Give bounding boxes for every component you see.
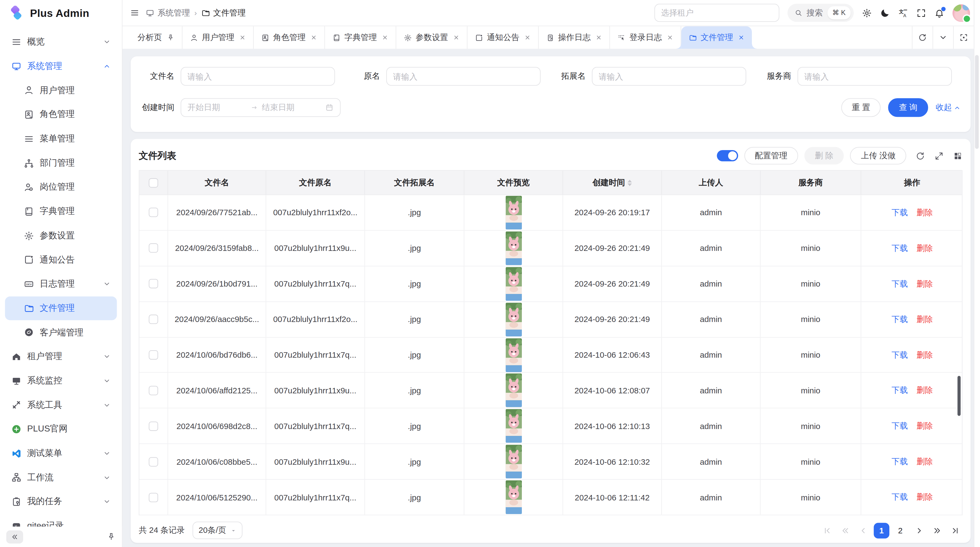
file-preview-image[interactable] (505, 480, 522, 514)
file-preview-image[interactable] (505, 409, 522, 443)
sidebar-item-菜单管理[interactable]: 菜单管理 (5, 127, 117, 151)
row-checkbox[interactable] (149, 386, 158, 395)
last-page-icon[interactable] (948, 523, 963, 538)
refresh-page-icon[interactable] (912, 26, 932, 49)
download-link[interactable]: 下载 (891, 278, 908, 289)
page-size-select[interactable]: 20条/页 (192, 521, 242, 539)
sidebar-item-文件管理[interactable]: 文件管理 (5, 296, 117, 321)
sidebar-toggle-icon[interactable] (130, 8, 139, 18)
row-checkbox[interactable] (149, 315, 158, 324)
select-all-checkbox[interactable] (149, 178, 158, 187)
next-page-icon[interactable] (911, 523, 926, 538)
close-icon[interactable] (310, 34, 317, 41)
sidebar-item-租户管理[interactable]: 租户管理 (5, 344, 117, 369)
row-checkbox[interactable] (149, 279, 158, 288)
row-checkbox[interactable] (149, 244, 158, 253)
delete-link[interactable]: 删除 (916, 278, 933, 289)
close-icon[interactable] (667, 34, 673, 41)
reset-button[interactable]: 重 置 (841, 98, 881, 117)
拓展名-input[interactable] (592, 67, 746, 86)
sidebar-item-用户管理[interactable]: 用户管理 (5, 78, 117, 103)
sidebar-item-概览[interactable]: 概览 (5, 30, 117, 54)
column-header-创建时间[interactable]: 创建时间 (563, 171, 662, 195)
row-checkbox[interactable] (149, 493, 158, 502)
tab-用户管理[interactable]: 用户管理 (182, 26, 254, 49)
sidebar-item-日志管理[interactable]: DEV日志管理 (5, 272, 117, 296)
sidebar-item-字典管理[interactable]: 字典管理 (5, 199, 117, 224)
prev-10-pages-icon[interactable] (838, 523, 853, 538)
download-link[interactable]: 下载 (891, 242, 908, 254)
language-icon[interactable]: 文A (898, 8, 908, 18)
sidebar-item-系统监控[interactable]: 系统监控 (5, 369, 117, 393)
tab-登录日志[interactable]: 登录日志 (610, 26, 681, 49)
tenant-select-input[interactable] (654, 4, 779, 22)
file-preview-image[interactable] (505, 374, 522, 408)
tab-分析页[interactable]: 分析页 (130, 26, 183, 49)
tab-menu-icon[interactable] (932, 26, 953, 49)
tab-角色管理[interactable]: 角色管理 (254, 26, 325, 49)
sidebar-item-通知公告[interactable]: 通知公告 (5, 248, 117, 272)
sidebar-collapse-button[interactable] (6, 530, 23, 543)
delete-button[interactable]: 删 除 (804, 147, 844, 164)
tab-字典管理[interactable]: 字典管理 (325, 26, 396, 49)
tab-操作日志[interactable]: 操作日志 (539, 26, 610, 49)
download-link[interactable]: 下载 (891, 456, 908, 467)
download-link[interactable]: 下载 (891, 492, 908, 503)
file-preview-image[interactable] (505, 231, 522, 265)
close-icon[interactable] (738, 34, 744, 41)
close-icon[interactable] (239, 34, 245, 41)
tab-通知公告[interactable]: 通知公告 (468, 26, 539, 49)
sidebar-item-参数设置[interactable]: 参数设置 (5, 224, 117, 248)
row-checkbox[interactable] (149, 350, 158, 360)
file-preview-image[interactable] (505, 302, 522, 336)
tab-文件管理[interactable]: 文件管理 (681, 26, 752, 49)
sidebar-item-我的任务[interactable]: 我的任务 (5, 490, 117, 514)
sidebar-item-PLUS官网[interactable]: PLUS官网 (5, 417, 117, 441)
config-manage-button[interactable]: 配置管理 (744, 147, 798, 164)
prev-page-icon[interactable] (856, 523, 870, 538)
download-link[interactable]: 下载 (891, 420, 908, 432)
sidebar-pin-icon[interactable] (107, 532, 116, 541)
create-time-range-picker[interactable]: 开始日期 结束日期 (181, 98, 341, 117)
delete-link[interactable]: 删除 (916, 492, 933, 503)
原名-input[interactable] (386, 67, 541, 86)
table-scrollbar-thumb[interactable] (958, 376, 960, 416)
sort-icon[interactable] (627, 179, 632, 186)
search-toggle-switch[interactable] (717, 150, 738, 161)
文件名-input[interactable] (181, 67, 335, 86)
row-checkbox[interactable] (149, 208, 158, 217)
close-icon[interactable] (596, 34, 602, 41)
delete-link[interactable]: 删除 (916, 242, 933, 254)
window-scrollbar[interactable] (974, 0, 980, 547)
column-settings-icon[interactable] (953, 151, 962, 160)
sidebar-item-岗位管理[interactable]: 岗位管理 (5, 175, 117, 199)
file-preview-image[interactable] (505, 445, 522, 478)
search-button[interactable]: 查 询 (888, 98, 928, 117)
download-link[interactable]: 下载 (891, 385, 908, 396)
服务商-input[interactable] (798, 67, 952, 86)
sidebar-item-客户端管理[interactable]: 客户端管理 (5, 321, 117, 344)
download-link[interactable]: 下载 (891, 349, 908, 360)
page-number-2[interactable]: 2 (892, 523, 908, 538)
user-avatar[interactable] (953, 4, 970, 22)
pin-icon[interactable] (167, 34, 175, 41)
file-preview-image[interactable] (505, 196, 522, 230)
breadcrumb-item-system[interactable]: 系统管理 (146, 7, 190, 18)
download-link[interactable]: 下载 (891, 314, 908, 325)
notifications-icon[interactable] (934, 8, 944, 18)
close-icon[interactable] (524, 34, 531, 41)
download-link[interactable]: 下载 (891, 207, 908, 218)
delete-link[interactable]: 删除 (916, 456, 933, 467)
first-page-icon[interactable] (819, 523, 834, 538)
app-logo[interactable]: Plus Admin (0, 0, 122, 27)
tab-参数设置[interactable]: 参数设置 (396, 26, 468, 49)
page-number-1[interactable]: 1 (874, 523, 889, 538)
upload-button[interactable]: 上传 没做 (850, 147, 906, 164)
file-preview-image[interactable] (505, 267, 522, 301)
sidebar-item-系统管理[interactable]: 系统管理 (5, 54, 117, 78)
file-preview-image[interactable] (505, 338, 522, 372)
sidebar-item-系统工具[interactable]: 系统工具 (5, 393, 117, 417)
refresh-table-icon[interactable] (915, 151, 925, 160)
sidebar-item-部门管理[interactable]: 部门管理 (5, 151, 117, 175)
dark-mode-icon[interactable] (880, 8, 890, 18)
